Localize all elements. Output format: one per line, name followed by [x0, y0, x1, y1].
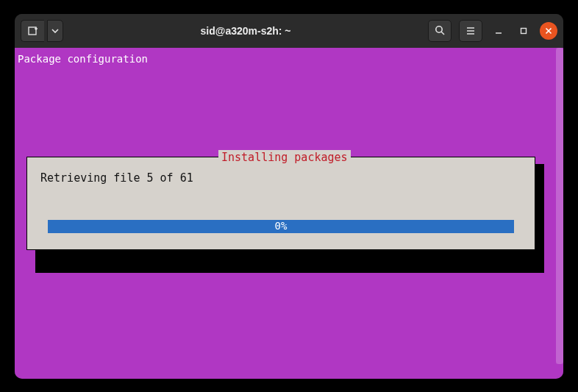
progress-bar: 0% — [48, 220, 514, 233]
scrollbar[interactable] — [556, 48, 563, 364]
scrollbar-thumb[interactable] — [556, 48, 563, 364]
titlebar-right-controls — [428, 20, 557, 42]
dialog-border-left — [36, 157, 213, 157]
package-config-header: Package configuration — [18, 52, 560, 67]
search-button[interactable] — [428, 20, 452, 42]
svg-point-3 — [435, 26, 441, 32]
chevron-down-icon — [51, 27, 59, 35]
menu-button[interactable] — [459, 20, 482, 42]
progress-container: 0% — [48, 220, 514, 233]
progress-label: 0% — [275, 219, 288, 234]
search-icon — [435, 25, 446, 36]
install-dialog: Installing packages Retrieving file 5 of… — [26, 157, 535, 250]
minimize-icon — [494, 26, 503, 35]
terminal-window: sid@a320m-s2h: ~ Package configuration — [15, 14, 563, 379]
terminal-viewport[interactable]: Package configuration Installing package… — [15, 48, 563, 379]
window-title: sid@a320m-s2h: ~ — [68, 25, 424, 37]
dialog-title: Installing packages — [218, 150, 351, 165]
maximize-button[interactable] — [515, 22, 532, 40]
titlebar: sid@a320m-s2h: ~ — [15, 14, 563, 48]
new-tab-button[interactable] — [21, 20, 44, 42]
close-icon — [545, 27, 552, 35]
svg-line-4 — [441, 32, 444, 35]
dialog-border-right — [357, 157, 526, 157]
dialog-title-row: Installing packages — [27, 152, 535, 163]
titlebar-left-controls — [21, 20, 63, 42]
minimize-button[interactable] — [490, 22, 507, 40]
close-button[interactable] — [540, 22, 557, 40]
dialog-container: Installing packages Retrieving file 5 of… — [26, 157, 535, 250]
tab-dropdown-button[interactable] — [47, 20, 63, 42]
new-tab-icon — [27, 25, 39, 37]
maximize-icon — [519, 26, 528, 35]
hamburger-icon — [465, 26, 476, 36]
svg-rect-9 — [521, 28, 527, 33]
dialog-message: Retrieving file 5 of 61 — [27, 163, 535, 186]
